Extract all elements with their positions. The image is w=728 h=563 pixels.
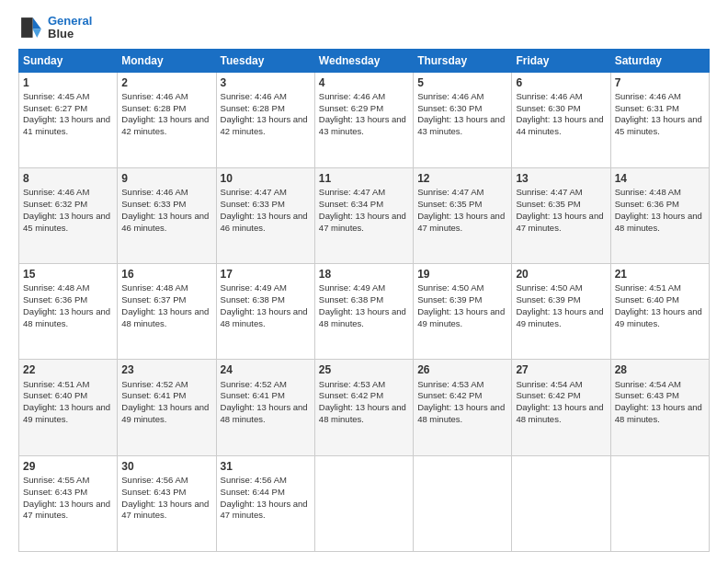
calendar-cell: 3Sunrise: 4:46 AMSunset: 6:28 PMDaylight… — [216, 72, 314, 167]
calendar-week-row: 29Sunrise: 4:55 AMSunset: 6:43 PMDayligh… — [19, 455, 710, 551]
calendar-cell: 17Sunrise: 4:49 AMSunset: 6:38 PMDayligh… — [216, 264, 314, 360]
day-number: 8 — [23, 171, 113, 186]
calendar-cell: 4Sunrise: 4:46 AMSunset: 6:29 PMDaylight… — [314, 72, 413, 167]
calendar-cell: 16Sunrise: 4:48 AMSunset: 6:37 PMDayligh… — [118, 264, 216, 360]
calendar-cell — [314, 455, 413, 551]
calendar-cell: 21Sunrise: 4:51 AMSunset: 6:40 PMDayligh… — [610, 264, 709, 360]
header: General Blue — [18, 15, 710, 41]
day-number: 26 — [417, 362, 507, 377]
day-number: 12 — [417, 171, 507, 186]
page: General Blue SundayMondayTuesdayWednesda… — [0, 0, 728, 563]
day-number: 31 — [221, 459, 311, 474]
day-number: 24 — [221, 362, 311, 377]
header-day: Friday — [512, 49, 610, 72]
logo-icon — [18, 15, 44, 40]
day-number: 6 — [516, 75, 606, 90]
calendar-week-row: 8Sunrise: 4:46 AMSunset: 6:32 PMDaylight… — [19, 167, 710, 263]
day-number: 18 — [319, 267, 409, 282]
day-number: 4 — [319, 75, 409, 90]
day-number: 9 — [121, 171, 211, 186]
calendar-table: SundayMondayTuesdayWednesdayThursdayFrid… — [18, 49, 710, 552]
day-number: 16 — [121, 267, 211, 282]
header-day: Monday — [118, 49, 216, 72]
calendar-cell: 26Sunrise: 4:53 AMSunset: 6:42 PMDayligh… — [414, 360, 512, 455]
calendar-cell: 7Sunrise: 4:46 AMSunset: 6:31 PMDaylight… — [610, 72, 709, 167]
calendar-week-row: 15Sunrise: 4:48 AMSunset: 6:36 PMDayligh… — [19, 264, 710, 360]
calendar-cell: 2Sunrise: 4:46 AMSunset: 6:28 PMDaylight… — [118, 72, 216, 167]
day-number: 27 — [516, 362, 606, 377]
calendar-cell: 20Sunrise: 4:50 AMSunset: 6:39 PMDayligh… — [512, 264, 610, 360]
calendar-week-row: 22Sunrise: 4:51 AMSunset: 6:40 PMDayligh… — [19, 360, 710, 455]
day-number: 21 — [615, 267, 705, 282]
logo: General Blue — [18, 15, 92, 41]
header-day: Wednesday — [314, 49, 413, 72]
header-day: Thursday — [414, 49, 512, 72]
calendar-cell: 31Sunrise: 4:56 AMSunset: 6:44 PMDayligh… — [216, 455, 314, 551]
day-number: 13 — [516, 171, 606, 186]
calendar-cell — [610, 455, 709, 551]
calendar-header: SundayMondayTuesdayWednesdayThursdayFrid… — [19, 49, 710, 72]
day-number: 10 — [221, 171, 311, 186]
svg-rect-2 — [21, 17, 32, 38]
day-number: 14 — [615, 171, 705, 186]
svg-marker-0 — [33, 17, 41, 29]
svg-marker-1 — [33, 29, 41, 38]
calendar-body: 1Sunrise: 4:45 AMSunset: 6:27 PMDaylight… — [19, 72, 710, 551]
day-number: 1 — [23, 75, 113, 90]
calendar-cell: 10Sunrise: 4:47 AMSunset: 6:33 PMDayligh… — [216, 167, 314, 263]
day-number: 17 — [221, 267, 311, 282]
calendar-cell — [414, 455, 512, 551]
calendar-cell: 6Sunrise: 4:46 AMSunset: 6:30 PMDaylight… — [512, 72, 610, 167]
day-number: 30 — [121, 459, 211, 474]
day-number: 28 — [615, 362, 705, 377]
day-number: 11 — [319, 171, 409, 186]
calendar-cell: 12Sunrise: 4:47 AMSunset: 6:35 PMDayligh… — [414, 167, 512, 263]
calendar-cell: 25Sunrise: 4:53 AMSunset: 6:42 PMDayligh… — [314, 360, 413, 455]
calendar-cell: 8Sunrise: 4:46 AMSunset: 6:32 PMDaylight… — [19, 167, 118, 263]
calendar-cell: 18Sunrise: 4:49 AMSunset: 6:38 PMDayligh… — [314, 264, 413, 360]
day-number: 7 — [615, 75, 705, 90]
calendar-cell: 19Sunrise: 4:50 AMSunset: 6:39 PMDayligh… — [414, 264, 512, 360]
day-number: 29 — [23, 459, 113, 474]
calendar-cell: 27Sunrise: 4:54 AMSunset: 6:42 PMDayligh… — [512, 360, 610, 455]
day-number: 3 — [221, 75, 311, 90]
calendar-cell: 1Sunrise: 4:45 AMSunset: 6:27 PMDaylight… — [19, 72, 118, 167]
calendar-week-row: 1Sunrise: 4:45 AMSunset: 6:27 PMDaylight… — [19, 72, 710, 167]
calendar-cell: 23Sunrise: 4:52 AMSunset: 6:41 PMDayligh… — [118, 360, 216, 455]
day-number: 15 — [23, 267, 113, 282]
calendar-cell: 22Sunrise: 4:51 AMSunset: 6:40 PMDayligh… — [19, 360, 118, 455]
day-number: 2 — [121, 75, 211, 90]
header-day: Saturday — [610, 49, 709, 72]
day-number: 25 — [319, 362, 409, 377]
calendar-cell: 24Sunrise: 4:52 AMSunset: 6:41 PMDayligh… — [216, 360, 314, 455]
calendar-cell: 15Sunrise: 4:48 AMSunset: 6:36 PMDayligh… — [19, 264, 118, 360]
calendar-cell: 11Sunrise: 4:47 AMSunset: 6:34 PMDayligh… — [314, 167, 413, 263]
day-number: 19 — [417, 267, 507, 282]
calendar-cell: 29Sunrise: 4:55 AMSunset: 6:43 PMDayligh… — [19, 455, 118, 551]
logo-text: General Blue — [48, 15, 92, 41]
calendar-cell: 9Sunrise: 4:46 AMSunset: 6:33 PMDaylight… — [118, 167, 216, 263]
calendar-cell: 14Sunrise: 4:48 AMSunset: 6:36 PMDayligh… — [610, 167, 709, 263]
day-number: 20 — [516, 267, 606, 282]
day-number: 22 — [23, 362, 113, 377]
calendar-cell: 5Sunrise: 4:46 AMSunset: 6:30 PMDaylight… — [414, 72, 512, 167]
header-day: Tuesday — [216, 49, 314, 72]
calendar-cell — [512, 455, 610, 551]
header-day: Sunday — [19, 49, 118, 72]
header-row: SundayMondayTuesdayWednesdayThursdayFrid… — [19, 49, 710, 72]
day-number: 23 — [121, 362, 211, 377]
calendar-cell: 30Sunrise: 4:56 AMSunset: 6:43 PMDayligh… — [118, 455, 216, 551]
calendar-cell: 28Sunrise: 4:54 AMSunset: 6:43 PMDayligh… — [610, 360, 709, 455]
day-number: 5 — [417, 75, 507, 90]
calendar-cell: 13Sunrise: 4:47 AMSunset: 6:35 PMDayligh… — [512, 167, 610, 263]
